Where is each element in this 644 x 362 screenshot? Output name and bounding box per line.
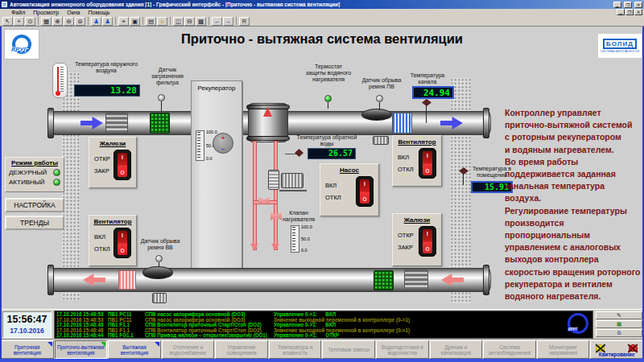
pointer-icon[interactable]: ↖ [2,17,13,26]
switch-on-glyph: I [427,231,428,237]
report-icon[interactable]: R [239,17,250,26]
duct-flange [47,265,54,295]
scale-max: 100.0 [301,225,312,229]
layout-icon[interactable]: ▦ [41,17,52,26]
mode-active-label: АКТИВНЫЙ [9,179,45,186]
sensor-stem [463,174,464,185]
cascade-icon[interactable]: ▩ [196,17,206,26]
tab-label: Приточная вентиляция [3,344,52,356]
forward-icon[interactable]: → [223,17,233,26]
return-water-label: Температура обратной воды [296,134,357,147]
bolid-logo-subtext: СИСТЕМЫ БЕЗОПАСНОСТИ [601,50,639,53]
toolbar: ↖ + ⊙ ▦ ⊕ ⊖ ⊜ ♟ ♟ ⌖ ▣ ▤ ☼ ◫ ⊟ ▩ ← → R [0,16,644,27]
toolbar-separator [142,17,143,25]
toolbar-separator [170,17,171,25]
wheel-plus: + [213,134,233,142]
split-horizontal-icon[interactable]: ⊟ [184,17,195,26]
topology-button[interactable]: ⧉ [596,329,642,337]
exhaust-fan-motor [152,293,167,303]
sensor-stem [328,102,328,109]
tab-label: Дренаж и канализация [432,344,481,356]
tab-temp-humidity: Температура и влажность [269,340,322,359]
supply-damper-louvers [105,113,128,134]
menu-file[interactable]: Файл [11,10,25,15]
exhaust-fan-switch[interactable]: IO [419,148,436,179]
find-icon[interactable]: ⌖ [118,17,129,26]
mdi-restore-icon[interactable]: ❐ [625,9,634,15]
back-icon[interactable]: ← [212,17,222,26]
supply-fan-panel: Вентилятор ВКЛ ОТКЛ IO [89,215,137,266]
network-status-button[interactable]: ▦ [596,320,642,328]
supply-fan-motor [373,136,389,145]
tab-voltage-monitoring: Мониторинг напряжения [537,340,590,359]
mode-standby-led [53,169,60,176]
event-log: 17.10.2016 15:48:53 ПВ1 РС11 СПВ насос к… [54,311,593,339]
lamp-icon[interactable]: ☼ [157,17,167,26]
clear-log-button[interactable]: ✎ [596,311,642,319]
titlebar: Автоматизация инженерного оборудования з… [0,0,644,9]
user-icon[interactable]: ♟ [91,17,101,26]
user-add-icon[interactable]: ♟ [102,17,113,26]
event-log-bar: 15:56:47 17.10.2016 17.10.2016 15:48:53 … [0,309,644,339]
exhaust-damper-title: Жалюзи [393,216,441,224]
clock-panel: 15:56:47 17.10.2016 [2,311,52,338]
krug-logo-text: КРУГ [11,46,27,53]
alarm-bell-muted-icon [629,344,638,352]
supply-damper-panel: Жалюзи ОТКР ЗАКР IO [89,137,137,188]
image-icon[interactable]: ▣ [130,17,140,26]
toolbar-separator [208,17,209,25]
zoom-reset-icon[interactable]: ⊜ [75,17,85,26]
krug-ring-icon: КРУГ [12,35,31,54]
menu-windows[interactable]: Окна [67,10,80,15]
tab-supply-exhaust-ventilation[interactable]: Приточно-вытяжная вентиляция [55,340,108,359]
mdi-close-icon[interactable]: ✕ [634,9,642,15]
tab-heating-water: Отопление и водоснабжение [162,340,215,359]
tab-lighting: Управление освещением [215,340,268,359]
menu-view[interactable]: Просмотр [33,10,59,15]
pump-housing [268,170,279,190]
mode-title: Режим работы [9,159,60,167]
print-icon[interactable]: ▤ [146,17,156,26]
zoom-out-icon[interactable]: ⊖ [64,17,74,26]
settings-button[interactable]: НАСТРОЙКА [5,198,64,212]
split-vertical-icon[interactable]: ◫ [173,17,184,26]
pump-title: Насос [320,167,378,174]
switch-off-glyph: O [362,196,366,202]
duct-temp-display: 24.94 [412,86,454,99]
supply-damper-title: Жалюзи [89,140,136,147]
tab-anti-icing: Система антиобледенения [483,340,536,359]
tab-supply-ventilation[interactable]: Приточная вентиляция [1,340,54,359]
filter-sensor-led [158,94,165,101]
maximize-icon[interactable]: ❐ [624,2,632,8]
tab-label: Вытяжная вентиляция [110,344,159,356]
tab-label: Отопление и водоснабжение [164,344,213,356]
close-icon[interactable]: ✕ [634,2,642,8]
duct-flange [483,265,489,295]
minimize-icon[interactable]: ▁ [613,2,621,8]
scale-min: 0.0 [301,249,308,253]
exhaust-fan-off-label: ОТКЛ [398,163,414,175]
supply-damper-close-label: ЗАКР [94,165,110,177]
pan-icon[interactable]: + [14,17,24,26]
tab-exhaust-ventilation[interactable]: Вытяжная вентиляция [108,340,161,359]
belt-sensor-pv-led [376,95,383,102]
filter-sensor-label: Датчик загрязнения фильтра [142,67,193,86]
supply-damper-switch[interactable]: IO [114,150,131,180]
mode-standby-label: ДЕЖУРНЫЙ [9,169,47,176]
thermostat-label: Термостат защиты водяного нагревателя [304,64,353,83]
supply-fan-switch[interactable]: IO [114,228,131,258]
trends-button[interactable]: ТРЕНДЫ [5,216,64,230]
belt-sensor-vv-led [155,255,163,262]
toolbar-separator [88,17,89,25]
zoom-in-icon[interactable]: ⊕ [52,17,63,26]
magnifier-icon[interactable]: ⊙ [25,17,35,26]
supply-fan-title: Вентилятор [89,218,136,225]
acknowledge-button[interactable]: Квитирование [590,340,643,359]
pump-switch[interactable]: IO [356,176,374,207]
exhaust-damper-switch[interactable]: IO [419,226,436,257]
mdi-minimize-icon[interactable]: ▁ [617,9,625,15]
heater-valve-label: Клапан нагревателя [279,210,319,223]
supply-fan-section [392,113,412,134]
menu-help[interactable]: Помощь [88,10,109,15]
duct-flange [47,108,54,138]
